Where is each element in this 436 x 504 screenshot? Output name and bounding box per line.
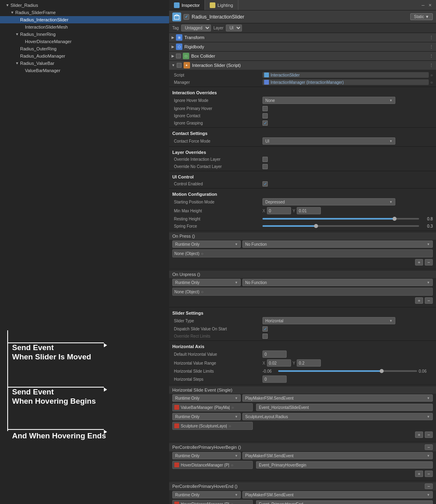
- resting-height-track: [262, 218, 419, 220]
- ignore-primary-hover-checkbox[interactable]: [262, 106, 268, 111]
- horizontal-slide-limits-thumb[interactable]: [380, 369, 384, 373]
- hse-add-btn[interactable]: +: [415, 431, 423, 438]
- horizontal-value-range-x-input[interactable]: [267, 359, 291, 367]
- dispatch-slide-value-checkbox[interactable]: [262, 326, 268, 332]
- layer-select[interactable]: UI: [226, 25, 242, 31]
- horizontal-value-range-y-input[interactable]: [297, 359, 321, 367]
- override-no-contact-layer-checkbox[interactable]: [262, 164, 268, 169]
- hse-obj-circle-1[interactable]: ○: [231, 405, 234, 410]
- ignore-grasping-checkbox[interactable]: [262, 120, 268, 126]
- phe-function-dropdown[interactable]: PlayMakerFSM.SendEvent▼: [242, 491, 433, 498]
- spring-force-slider[interactable]: [262, 225, 419, 227]
- script-icon: [264, 73, 269, 77]
- tab-close-btn[interactable]: ×: [427, 2, 433, 8]
- inspector-panel: Inspector Lighting – × ✓ Radius_Interact…: [169, 0, 436, 504]
- hierarchy-item-slider-radius[interactable]: ▼ Slider_Radius: [0, 2, 169, 9]
- field-slider-type: Slider Type Horizontal ▼: [169, 316, 436, 325]
- on-unpress-function-dropdown[interactable]: No Function▼: [242, 279, 433, 286]
- horizontal-slide-limits-slider[interactable]: [278, 370, 417, 372]
- on-press-runtime-dropdown[interactable]: Runtime Only▼: [172, 241, 241, 248]
- on-unpress-remove-btn[interactable]: −: [425, 297, 433, 304]
- static-dropdown-btn[interactable]: Static ▼: [410, 13, 433, 20]
- hierarchy-item-valuebarmanager[interactable]: ValueBarManager: [0, 67, 169, 74]
- phb-row1-objects: HoverDistanceManager (P| ○ Event_Primary…: [169, 460, 436, 470]
- hierarchy-item-interactionslidermesh[interactable]: InteractionSliderMesh: [0, 23, 169, 31]
- min-height-y-input[interactable]: [297, 207, 321, 214]
- starting-position-mode-dropdown[interactable]: Depressed ▼: [262, 198, 395, 205]
- ignore-hover-mode-dropdown[interactable]: None ▼: [262, 97, 395, 104]
- contact-force-mode-dropdown[interactable]: UI ▼: [262, 137, 395, 145]
- on-unpress-obj-circle-icon[interactable]: ○: [201, 290, 203, 294]
- ignore-contact-checkbox[interactable]: [262, 113, 268, 118]
- hse-event-dropdown-1[interactable]: Event_HorizontalSlideEvent: [256, 404, 433, 411]
- section-interaction-overrides: Interaction Overrides: [169, 88, 436, 96]
- phe-event-dropdown[interactable]: Event_PrimaryHoverEnd: [256, 500, 433, 504]
- hse-obj-field-1: ValueBarManager (PlayMa| ○: [172, 403, 253, 411]
- on-unpress-plus-minus: + −: [169, 297, 436, 305]
- interaction-slider-checkbox[interactable]: [177, 63, 182, 68]
- tab-inspector[interactable]: Inspector: [169, 0, 205, 10]
- field-control-enabled: Control Enabled: [169, 180, 436, 187]
- on-unpress-runtime-dropdown[interactable]: Runtime Only▼: [172, 279, 241, 286]
- transform-header[interactable]: ▶ ⊞ Transform ⋮: [169, 33, 436, 42]
- manager-ref: InteractionManager (InteractionManager): [262, 79, 429, 85]
- tab-lighting[interactable]: Lighting: [205, 0, 238, 10]
- arrow-icon: [15, 18, 20, 22]
- phb-function-dropdown[interactable]: PlayMakerFSM.SendEvent▼: [242, 452, 433, 459]
- hse-function-dropdown-1[interactable]: PlayMakerFSM.SendEvent▼: [242, 394, 433, 402]
- on-press-add-btn[interactable]: +: [415, 259, 423, 265]
- hierarchy-item-radius-valuebar[interactable]: ▼ Radius_ValueBar: [0, 60, 169, 67]
- phb-remove-btn[interactable]: −: [425, 471, 433, 477]
- box-collider-checkbox[interactable]: [176, 54, 181, 58]
- phb-runtime-dropdown[interactable]: Runtime Only▼: [172, 452, 241, 459]
- per-hover-end-remove-btn[interactable]: −: [425, 483, 433, 489]
- hierarchy-item-radius-outerring[interactable]: Radius_OuterRing: [0, 45, 169, 52]
- tag-select[interactable]: Untagged: [181, 25, 211, 31]
- on-press-function-dropdown[interactable]: No Function▼: [242, 241, 433, 248]
- phe-obj-circle[interactable]: ○: [231, 502, 233, 504]
- resting-height-slider[interactable]: [262, 218, 419, 220]
- phe-row1-objects: HoverDistanceManager (P| ○ Event_Primary…: [169, 499, 436, 504]
- field-contact-force-mode: Contact Force Mode UI ▼: [169, 137, 436, 145]
- hierarchy-item-radius-innerring[interactable]: ▼ Radius_InnerRing: [0, 31, 169, 38]
- field-spring-force: Spring Force 0.3: [169, 222, 436, 230]
- on-press-remove-btn[interactable]: −: [425, 259, 433, 265]
- on-unpress-add-btn[interactable]: +: [415, 297, 423, 304]
- interaction-slider-menu-icon[interactable]: ⋮: [429, 63, 434, 68]
- phb-obj-circle[interactable]: ○: [231, 463, 233, 467]
- horizontal-steps-input[interactable]: [262, 375, 287, 383]
- on-press-obj-circle-icon[interactable]: ○: [201, 251, 203, 256]
- object-active-checkbox[interactable]: ✓: [184, 14, 189, 20]
- hierarchy-item-hoverdistancemanager[interactable]: HoverDistanceManager: [0, 38, 169, 45]
- phe-runtime-dropdown[interactable]: Runtime Only▼: [172, 491, 241, 498]
- hierarchy-item-radius-sliderframe[interactable]: ▼ Radius_SliderFrame: [0, 9, 169, 16]
- hse-remove-btn[interactable]: −: [425, 431, 433, 438]
- transform-actions: ⋮: [429, 35, 434, 40]
- tab-minimize-btn[interactable]: –: [420, 2, 426, 8]
- transform-menu-icon[interactable]: ⋮: [429, 35, 434, 40]
- section-motion-configuration: Motion Configuration: [169, 189, 436, 197]
- interaction-slider-header[interactable]: ▼ ✦ Interaction Slider (Script) ⋮: [169, 61, 436, 70]
- field-override-interaction-layer: Override Interaction Layer: [169, 156, 436, 163]
- box-collider-header[interactable]: ▶ □ Box Collider ⋮: [169, 52, 436, 60]
- override-rect-limits-checkbox[interactable]: [262, 334, 268, 339]
- phb-add-btn[interactable]: +: [415, 471, 423, 477]
- override-interaction-layer-checkbox[interactable]: [262, 157, 268, 162]
- hierarchy-item-radius-audiomanager[interactable]: Radius_AudioManager: [0, 52, 169, 60]
- default-horizontal-value-input[interactable]: [262, 351, 287, 358]
- hse-obj-circle-2[interactable]: ○: [229, 424, 231, 428]
- per-hover-begin-remove-btn[interactable]: −: [425, 444, 433, 450]
- control-enabled-checkbox[interactable]: [262, 181, 268, 187]
- hse-function-dropdown-2[interactable]: SculptureLayout.Radius▼: [242, 413, 433, 420]
- hse-runtime-dropdown-2[interactable]: Runtime Only▼: [172, 413, 241, 420]
- spring-force-thumb[interactable]: [314, 224, 318, 228]
- hse-runtime-dropdown-1[interactable]: Runtime Only▼: [172, 394, 241, 402]
- box-collider-menu-icon[interactable]: ⋮: [429, 54, 434, 59]
- slider-type-dropdown[interactable]: Horizontal ▼: [262, 317, 395, 324]
- rigidbody-menu-icon[interactable]: ⋮: [429, 44, 434, 50]
- resting-height-thumb[interactable]: [393, 217, 397, 221]
- rigidbody-header[interactable]: ▶ ⬡ Rigidbody ⋮: [169, 42, 436, 51]
- min-height-x-input[interactable]: [267, 207, 291, 214]
- phb-event-dropdown[interactable]: Event_PrimaryHoverBegin: [256, 461, 433, 469]
- hierarchy-item-radius-interactionslider[interactable]: Radius_InteractionSlider: [0, 16, 169, 23]
